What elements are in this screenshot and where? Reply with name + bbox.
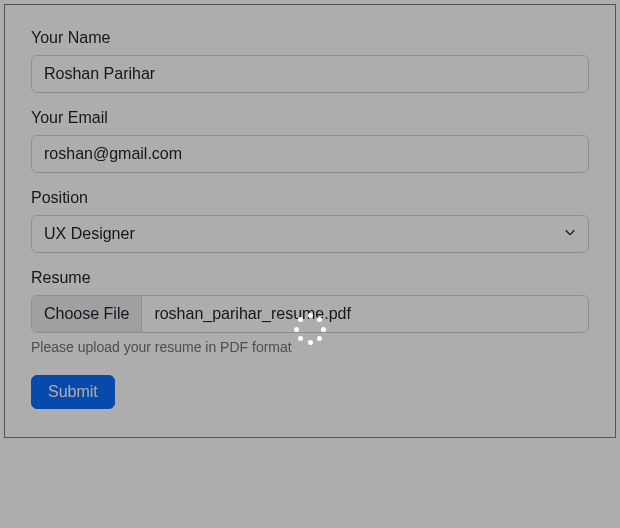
form-panel: Your Name Your Email Position UX Designe… <box>4 4 616 438</box>
email-input[interactable] <box>31 135 589 173</box>
name-group: Your Name <box>31 29 589 93</box>
resume-group: Resume Choose File roshan_parihar_resume… <box>31 269 589 355</box>
name-input[interactable] <box>31 55 589 93</box>
position-label: Position <box>31 189 589 207</box>
resume-help-text: Please upload your resume in PDF format <box>31 339 589 355</box>
position-selected-value: UX Designer <box>44 225 135 242</box>
position-select[interactable]: UX Designer <box>31 215 589 253</box>
position-select-wrapper: UX Designer <box>31 215 589 253</box>
name-label: Your Name <box>31 29 589 47</box>
submit-button[interactable]: Submit <box>31 375 115 409</box>
resume-file-input[interactable]: Choose File roshan_parihar_resume.pdf <box>31 295 589 333</box>
email-label: Your Email <box>31 109 589 127</box>
email-group: Your Email <box>31 109 589 173</box>
resume-label: Resume <box>31 269 589 287</box>
resume-filename: roshan_parihar_resume.pdf <box>142 296 588 332</box>
choose-file-button[interactable]: Choose File <box>32 296 142 332</box>
position-group: Position UX Designer <box>31 189 589 253</box>
